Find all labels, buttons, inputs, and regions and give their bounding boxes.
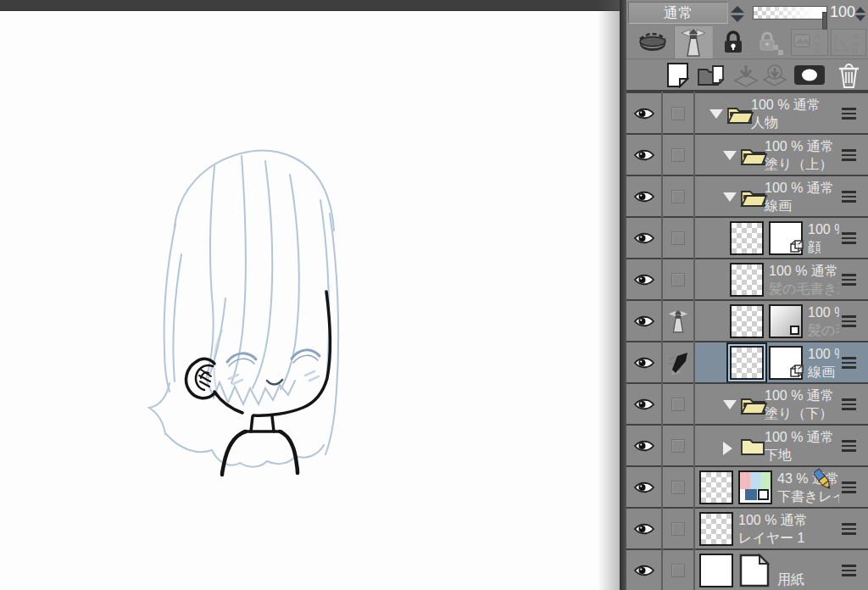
blend-mode-select[interactable]: 通常: [628, 2, 728, 24]
visibility-toggle[interactable]: [626, 467, 662, 507]
checkbox[interactable]: [671, 273, 685, 287]
opacity-stepper[interactable]: [855, 3, 865, 25]
visibility-toggle[interactable]: [626, 301, 662, 341]
lock-layer-button[interactable]: [715, 26, 752, 58]
draft-palette-thumbnail[interactable]: [738, 470, 772, 504]
layer-menu-button[interactable]: [842, 191, 856, 203]
vector-thumbnail[interactable]: [769, 346, 803, 380]
visibility-toggle[interactable]: [626, 218, 662, 258]
collapse-arrow-icon[interactable]: [723, 151, 737, 160]
expand-arrow-icon[interactable]: [723, 442, 732, 455]
delete-layer-button[interactable]: [833, 60, 864, 90]
visibility-toggle[interactable]: [626, 176, 662, 216]
layer-thumbnail[interactable]: [730, 221, 764, 255]
up-arrow-icon[interactable]: [855, 7, 865, 13]
layer-checkbox[interactable]: [662, 135, 694, 175]
layer-menu-button[interactable]: [842, 232, 856, 244]
layer-menu-button[interactable]: [842, 357, 856, 369]
layer-row-content[interactable]: 100 % 通常髪の毛: [694, 301, 868, 341]
vector-thumbnail[interactable]: [769, 221, 803, 255]
visibility-toggle[interactable]: [626, 550, 662, 590]
merge-with-lower-layer-button[interactable]: [760, 60, 789, 90]
layer-row-content[interactable]: 43 % 通常下書きレイヤー: [694, 467, 868, 507]
collapse-arrow-icon[interactable]: [723, 192, 737, 202]
layer-thumbnail[interactable]: [699, 470, 733, 504]
down-arrow-icon[interactable]: [731, 15, 744, 22]
layer-menu-button[interactable]: [842, 565, 856, 576]
layer-checkbox[interactable]: [662, 384, 694, 424]
ruler-icon: [832, 31, 865, 53]
layer-thumbnail[interactable]: [699, 554, 733, 587]
layer-checkbox[interactable]: [662, 467, 694, 507]
layer-row-content[interactable]: 用紙: [694, 550, 868, 590]
collapse-arrow-icon[interactable]: [723, 400, 737, 409]
checkbox[interactable]: [671, 481, 685, 494]
checkbox[interactable]: [671, 398, 685, 411]
layer-thumbnail[interactable]: [730, 304, 764, 338]
layer-checkbox[interactable]: [662, 509, 694, 548]
layer-row-content[interactable]: 100 % 通常塗り（上）: [694, 135, 868, 175]
checkbox[interactable]: [671, 231, 685, 245]
layer-checkbox[interactable]: [662, 93, 694, 133]
layer-row-content[interactable]: 100 % 通常髪の毛書き込み: [694, 259, 868, 299]
mask-thumbnail[interactable]: [769, 304, 803, 338]
layer-checkbox[interactable]: [662, 218, 694, 258]
down-arrow-icon[interactable]: [855, 15, 865, 21]
layer-checkbox[interactable]: [662, 550, 694, 590]
layer-menu-button[interactable]: [842, 523, 856, 535]
opacity-slider[interactable]: [753, 6, 827, 19]
checkbox[interactable]: [671, 522, 685, 536]
set-as-reference-layer-button[interactable]: [674, 26, 713, 58]
layer-row-content[interactable]: 100 % 通常線画: [694, 176, 868, 216]
checkbox[interactable]: [671, 148, 685, 162]
layer-thumbnail[interactable]: [699, 512, 733, 546]
layer-row-content[interactable]: 100 % 通常人物: [694, 93, 868, 133]
layer-menu-button[interactable]: [842, 108, 856, 120]
layer-menu-button[interactable]: [842, 398, 856, 410]
visibility-toggle[interactable]: [626, 135, 662, 175]
blend-mode-stepper[interactable]: [731, 3, 744, 25]
create-layer-mask-button[interactable]: [791, 60, 828, 90]
layer-checkbox[interactable]: [662, 176, 694, 216]
checkbox[interactable]: [671, 107, 685, 120]
layer-name: 線画: [808, 363, 839, 381]
show-ruler-button[interactable]: [831, 29, 866, 56]
visibility-toggle[interactable]: [626, 426, 662, 465]
lock-transparent-pixels-button[interactable]: [752, 26, 789, 58]
checkbox[interactable]: [671, 190, 685, 203]
character-sketch[interactable]: [0, 0, 620, 590]
layer-menu-button[interactable]: [842, 440, 856, 452]
transfer-to-lower-layer-button[interactable]: [732, 60, 760, 90]
eye-icon: [633, 563, 655, 578]
clip-at-layer-below-button[interactable]: [633, 26, 672, 58]
layer-menu-button[interactable]: [842, 481, 856, 493]
canvas-area[interactable]: [0, 0, 620, 590]
new-raster-layer-button[interactable]: [662, 60, 693, 90]
layer-row-content[interactable]: 100 % 通常塗り（下）: [694, 384, 868, 424]
collapse-arrow-icon[interactable]: [709, 109, 723, 119]
visibility-toggle[interactable]: [626, 342, 662, 382]
visibility-toggle[interactable]: [626, 93, 662, 133]
editing-target-badge[interactable]: [662, 342, 694, 382]
reference-layer-badge[interactable]: [662, 301, 694, 341]
layer-checkbox[interactable]: [662, 426, 694, 465]
layer-thumbnail[interactable]: [730, 263, 764, 297]
layer-checkbox[interactable]: [662, 259, 694, 299]
paper-badge[interactable]: [738, 554, 771, 590]
visibility-toggle[interactable]: [626, 259, 662, 299]
layer-thumbnail[interactable]: [730, 346, 764, 380]
enable-mask-button[interactable]: [791, 29, 828, 56]
checkbox[interactable]: [671, 439, 685, 453]
layer-menu-button[interactable]: [842, 315, 856, 327]
layer-menu-button[interactable]: [842, 274, 856, 286]
visibility-toggle[interactable]: [626, 509, 662, 548]
up-arrow-icon[interactable]: [731, 6, 744, 13]
layer-row-content[interactable]: 100 % 通常下地: [694, 426, 868, 465]
visibility-toggle[interactable]: [626, 384, 662, 424]
layer-row-content[interactable]: 100 % 通常顔: [694, 218, 868, 258]
new-layer-folder-button[interactable]: [696, 60, 730, 90]
layer-menu-button[interactable]: [842, 149, 856, 161]
layer-row-content[interactable]: 100 % 通常線画: [694, 342, 868, 382]
checkbox[interactable]: [671, 564, 685, 577]
layer-row-content[interactable]: 100 % 通常レイヤー 1: [694, 509, 868, 548]
